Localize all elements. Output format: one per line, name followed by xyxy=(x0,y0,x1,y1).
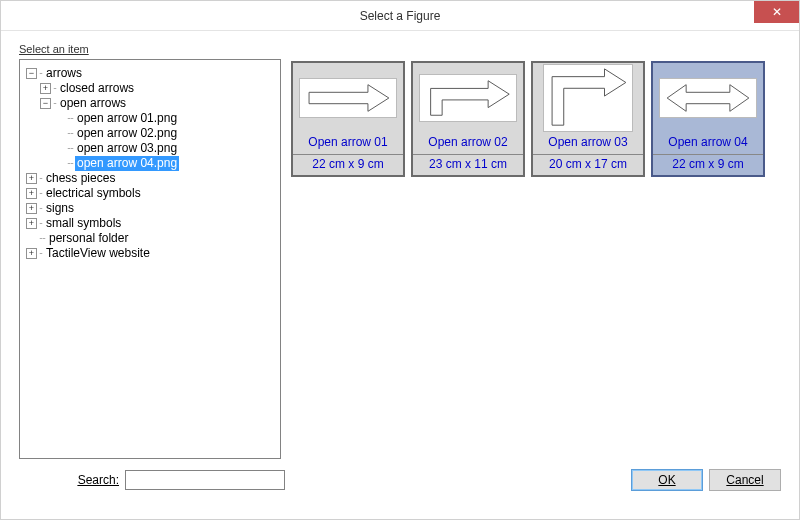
tree-connector-icon xyxy=(26,233,37,244)
expander-icon[interactable]: + xyxy=(26,203,37,214)
thumbnails-pane: Open arrow 01 22 cm x 9 cm Open arrow 02… xyxy=(291,59,781,459)
tree-leaf[interactable]: ···· open arrow 01.png xyxy=(54,111,276,126)
search-label: Search: xyxy=(19,473,119,487)
thumbnail[interactable]: Open arrow 01 22 cm x 9 cm xyxy=(291,61,405,177)
expander-icon[interactable]: + xyxy=(26,218,37,229)
tree-node-closed-arrows[interactable]: + ·· closed arrows xyxy=(40,81,276,96)
thumbnail-caption: Open arrow 02 xyxy=(426,133,509,150)
close-icon: ✕ xyxy=(772,5,782,19)
expander-icon[interactable]: + xyxy=(26,248,37,259)
tree-connector-icon: ·· xyxy=(39,216,42,231)
expander-icon[interactable]: + xyxy=(26,173,37,184)
tree-connector-icon xyxy=(54,128,65,139)
window-title: Select a Figure xyxy=(360,9,441,23)
tree-connector-icon: ·· xyxy=(39,66,42,81)
open-arrow-right-icon xyxy=(299,78,397,118)
thumbnail[interactable]: Open arrow 02 23 cm x 11 cm xyxy=(411,61,525,177)
tree-connector-icon: ·· xyxy=(53,96,56,111)
expander-icon[interactable]: − xyxy=(26,68,37,79)
tree-label: open arrow 02.png xyxy=(75,126,179,141)
tree-connector-icon xyxy=(54,143,65,154)
expander-icon[interactable]: + xyxy=(40,83,51,94)
tree-leaf[interactable]: ···· open arrow 04.png xyxy=(54,156,276,171)
tree-node-tactileview-website[interactable]: + ·· TactileView website xyxy=(26,246,276,261)
tree-label: small symbols xyxy=(44,216,123,231)
group-label: Select an item xyxy=(19,43,781,55)
tree-connector-icon: ···· xyxy=(39,231,45,246)
tree-label: personal folder xyxy=(47,231,130,246)
open-arrow-double-icon xyxy=(659,78,757,118)
tree-label: open arrows xyxy=(58,96,128,111)
tree-node-personal-folder[interactable]: ···· personal folder xyxy=(26,231,276,246)
open-arrow-bent-right-tall-icon xyxy=(543,64,633,132)
thumbnail-image xyxy=(293,63,403,133)
tree-node-small-symbols[interactable]: + ·· small symbols xyxy=(26,216,276,231)
thumbnail-dimensions: 22 cm x 9 cm xyxy=(293,154,403,175)
tree-label: closed arrows xyxy=(58,81,136,96)
tree-label: arrows xyxy=(44,66,84,81)
tree-node-open-arrows[interactable]: − ·· open arrows xyxy=(40,96,276,111)
tree-label: signs xyxy=(44,201,76,216)
tree-connector-icon: ·· xyxy=(39,186,42,201)
tree: − ·· arrows + ·· closed arrows xyxy=(24,66,276,261)
tree-connector-icon: ·· xyxy=(39,201,42,216)
tree-node-chess-pieces[interactable]: + ·· chess pieces xyxy=(26,171,276,186)
open-arrow-bent-right-icon xyxy=(419,74,517,122)
tree-connector-icon: ···· xyxy=(67,141,73,156)
thumbnail-caption: Open arrow 01 xyxy=(306,133,389,150)
tree-connector-icon: ···· xyxy=(67,126,73,141)
close-button[interactable]: ✕ xyxy=(754,1,799,23)
expander-icon[interactable]: + xyxy=(26,188,37,199)
tree-leaf[interactable]: ···· open arrow 02.png xyxy=(54,126,276,141)
tree-connector-icon xyxy=(54,113,65,124)
expander-icon[interactable]: − xyxy=(40,98,51,109)
ok-button[interactable]: OK xyxy=(631,469,703,491)
tree-connector-icon: ·· xyxy=(39,246,42,261)
thumbnail[interactable]: Open arrow 04 22 cm x 9 cm xyxy=(651,61,765,177)
tree-node-signs[interactable]: + ·· signs xyxy=(26,201,276,216)
thumbnail-image xyxy=(413,63,523,133)
tree-connector-icon: ·· xyxy=(53,81,56,96)
thumbnail-dimensions: 22 cm x 9 cm xyxy=(653,154,763,175)
search-input[interactable] xyxy=(125,470,285,490)
thumbnail-dimensions: 20 cm x 17 cm xyxy=(533,154,643,175)
tree-label: TactileView website xyxy=(44,246,152,261)
panes: − ·· arrows + ·· closed arrows xyxy=(19,59,781,459)
dialog-content: Select an item − ·· arrows + xyxy=(1,31,799,499)
tree-leaf[interactable]: ···· open arrow 03.png xyxy=(54,141,276,156)
tree-pane[interactable]: − ·· arrows + ·· closed arrows xyxy=(19,59,281,459)
tree-node-arrows[interactable]: − ·· arrows xyxy=(26,66,276,81)
thumbnail-caption: Open arrow 04 xyxy=(666,133,749,150)
tree-label: open arrow 03.png xyxy=(75,141,179,156)
thumbnail-dimensions: 23 cm x 11 cm xyxy=(413,154,523,175)
thumbnail-image xyxy=(533,63,643,133)
tree-label: electrical symbols xyxy=(44,186,143,201)
tree-connector-icon: ·· xyxy=(39,171,42,186)
tree-node-electrical-symbols[interactable]: + ·· electrical symbols xyxy=(26,186,276,201)
thumbnail-caption: Open arrow 03 xyxy=(546,133,629,150)
tree-connector-icon: ···· xyxy=(67,156,73,171)
thumbnail-image xyxy=(653,63,763,133)
cancel-button[interactable]: Cancel xyxy=(709,469,781,491)
tree-connector-icon xyxy=(54,158,65,169)
tree-label: chess pieces xyxy=(44,171,117,186)
bottom-row: Search: OK Cancel xyxy=(19,469,781,491)
tree-connector-icon: ···· xyxy=(67,111,73,126)
titlebar: Select a Figure ✕ xyxy=(1,1,799,31)
thumbnail[interactable]: Open arrow 03 20 cm x 17 cm xyxy=(531,61,645,177)
tree-label: open arrow 04.png xyxy=(75,156,179,171)
tree-label: open arrow 01.png xyxy=(75,111,179,126)
